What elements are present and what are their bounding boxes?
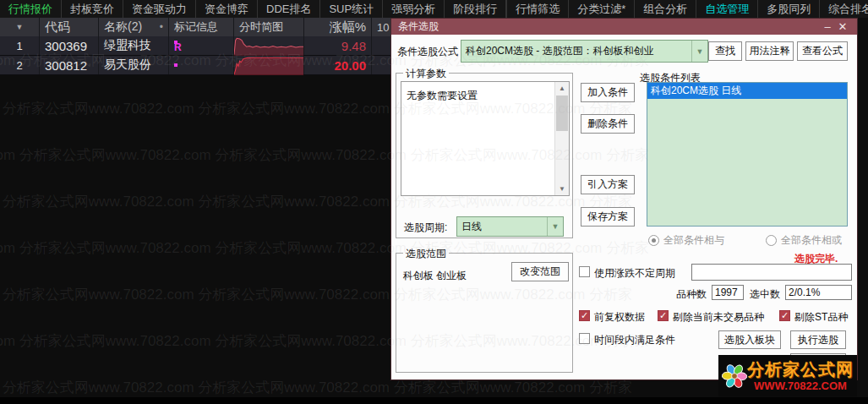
logo-text: 分析家公式网 WWW.70822.COM xyxy=(747,361,854,391)
stock-marker: R xyxy=(169,36,234,55)
checkbox-exclude-untraded[interactable] xyxy=(658,310,669,321)
stock-range-group: 选股范围 科创板 创业板 改变范围 xyxy=(396,253,573,373)
scroll-up-icon[interactable]: ▲ xyxy=(555,85,569,92)
dialog-titlebar[interactable]: 条件选股 – ✕ xyxy=(391,19,857,35)
period-dropdown-value: 日线 xyxy=(457,220,547,234)
checkbox-forward-adjusted[interactable] xyxy=(579,310,590,321)
change-percent: 9.48 xyxy=(304,36,372,55)
condition-list-item[interactable]: 科创20CM选股 日线 xyxy=(647,83,847,99)
import-plan-button[interactable]: 引入方案 xyxy=(581,175,635,194)
scrollbar-thumb[interactable] xyxy=(556,96,568,131)
radio-all-or[interactable]: 全部条件相或 xyxy=(766,233,842,248)
menu-item-dde-rank[interactable]: DDE排名 xyxy=(258,0,320,18)
radio-all-and-label: 全部条件相与 xyxy=(663,234,724,246)
stock-range-label: 选股范围 xyxy=(403,247,449,261)
radio-icon xyxy=(648,235,659,246)
menu-item-overall-rank[interactable]: 综合排名 xyxy=(820,0,868,18)
menu-item-fund-game[interactable]: 资金博弈 xyxy=(196,0,258,18)
header-code[interactable]: 代码 xyxy=(40,18,99,36)
chevron-down-icon[interactable]: ▼ xyxy=(691,41,707,62)
calc-params-label: 计算参数 xyxy=(403,67,449,81)
menu-item-stage-rank[interactable]: 阶段排行 xyxy=(445,0,506,18)
condition-listbox[interactable]: 科创20CM选股 日线 xyxy=(647,82,848,227)
formula-dropdown[interactable]: 科创20CM选股 - 选股范围：科创板和创业 ▼ xyxy=(461,40,708,63)
menu-item-filter[interactable]: 行情筛选 xyxy=(506,0,569,18)
menu-item-combo-analysis[interactable]: 组合分析 xyxy=(635,0,696,18)
delete-condition-button[interactable]: 删除条件 xyxy=(581,114,635,134)
calc-params-group: 计算参数 无参数需要设置 ▲ ▼ 选股周期: 日线 ▼ xyxy=(396,73,573,238)
logo-site-name: 分析家公式网 xyxy=(747,361,854,378)
checkbox-exclude-st-label: 剔除ST品种 xyxy=(794,310,848,325)
header-name-label: 名称(2) xyxy=(104,19,142,35)
radio-all-and[interactable]: 全部条件相与 xyxy=(648,233,724,248)
checkbox-time-range-label: 时间段内满足条件 xyxy=(594,333,675,347)
view-formula-button[interactable]: 查看公式 xyxy=(797,41,848,61)
checkbox-exclude-st[interactable] xyxy=(779,310,790,321)
logo-site-url: WWW.70822.COM xyxy=(754,380,847,391)
dialog-title: 条件选股 xyxy=(398,19,439,34)
menu-group-right: 行情筛选 分类过滤* 组合分析 自选管理 多股同列 综合排名 定制版面 xyxy=(506,0,868,18)
find-button[interactable]: 查找 xyxy=(708,41,742,61)
menu-bar: 行情报价 封板竞价 资金驱动力 资金博弈 DDE排名 SUP统计 强弱分析 阶段… xyxy=(0,0,868,18)
save-plan-button[interactable]: 保存方案 xyxy=(581,207,635,227)
change-percent: 20.00 xyxy=(304,56,372,74)
species-count-input[interactable] xyxy=(712,285,744,300)
column-selector[interactable]: ▼ xyxy=(0,18,40,36)
formula-label: 条件选股公式 xyxy=(397,45,458,59)
add-condition-button[interactable]: 加入条件 xyxy=(581,83,635,102)
params-empty-text: 无参数需要设置 xyxy=(407,89,478,103)
chevron-down-icon[interactable]: ▼ xyxy=(547,217,563,236)
stock-marker xyxy=(169,56,234,74)
minimize-icon[interactable]: – xyxy=(820,20,835,33)
marker-dot-icon xyxy=(174,63,177,67)
site-logo: 分析家公式网 WWW.70822.COM xyxy=(718,355,857,396)
header-intraday-chart[interactable]: 分时简图 xyxy=(234,18,304,36)
stock-range-value: 科创板 创业板 xyxy=(403,269,467,283)
flower-logo-icon xyxy=(722,358,747,395)
checkbox-updown-period-label: 使用涨跌不定周期 xyxy=(594,266,675,281)
stock-code: 300369 xyxy=(40,36,99,55)
radio-icon xyxy=(766,235,777,246)
header-name[interactable]: 名称(2)• xyxy=(99,18,169,36)
bottom-status-strip xyxy=(0,397,868,404)
period-dropdown[interactable]: 日线 ▼ xyxy=(456,216,564,237)
params-list: 无参数需要设置 ▲ ▼ xyxy=(401,81,570,196)
sparkline-chart xyxy=(234,56,303,75)
intraday-sparkline xyxy=(234,56,304,74)
close-icon[interactable]: ✕ xyxy=(835,20,850,33)
menu-item-fund-drive[interactable]: 资金驱动力 xyxy=(123,0,196,18)
menu-item-sup-stats[interactable]: SUP统计 xyxy=(320,0,383,18)
menu-item-quotes[interactable]: 行情报价 xyxy=(0,0,62,18)
stock-code: 300812 xyxy=(40,56,99,74)
row-index: 2 xyxy=(0,56,40,74)
period-label: 选股周期: xyxy=(404,221,447,235)
selected-count-label: 选中数 xyxy=(750,287,780,302)
menu-item-classify[interactable]: 分类过滤* xyxy=(569,0,635,18)
select-into-block-button[interactable]: 选股入板块 xyxy=(718,330,781,349)
menu-group-left: 行情报价 封板竞价 资金驱动力 资金博弈 DDE排名 SUP统计 强弱分析 阶段… xyxy=(0,0,506,18)
header-mark-info[interactable]: 标记信息 xyxy=(169,18,234,36)
species-count-label: 品种数 xyxy=(676,287,707,302)
menu-item-watchlist[interactable]: 自选管理 xyxy=(696,0,758,18)
app-window: 行情报价 封板竞价 资金驱动力 资金博弈 DDE排名 SUP统计 强弱分析 阶段… xyxy=(0,0,868,404)
params-scrollbar[interactable]: ▲ ▼ xyxy=(554,82,569,195)
checkbox-updown-period[interactable] xyxy=(579,266,590,277)
stock-name: 易天股份 xyxy=(99,56,169,74)
scroll-down-icon[interactable]: ▼ xyxy=(555,185,569,193)
menu-item-sealboard[interactable]: 封板竞价 xyxy=(62,0,123,18)
usage-notes-button[interactable]: 用法注释 xyxy=(745,41,794,61)
selected-count-input[interactable] xyxy=(785,285,852,300)
radio-all-or-label: 全部条件相或 xyxy=(781,234,842,246)
updown-period-input[interactable] xyxy=(691,264,852,281)
menu-item-multi-stock[interactable]: 多股同列 xyxy=(758,0,820,18)
stock-name: 绿盟科技 xyxy=(99,36,169,55)
header-change-pct[interactable]: 涨幅% xyxy=(304,18,372,36)
condition-stock-dialog: 条件选股 – ✕ 条件选股公式 科创20CM选股 - 选股范围：科创板和创业 ▼… xyxy=(391,19,857,379)
change-range-button[interactable]: 改变范围 xyxy=(511,262,569,281)
checkbox-time-range[interactable] xyxy=(579,333,590,344)
watermark-text: com 分析家公式网www.70822.com 分析家公式网www.70822.… xyxy=(0,378,632,397)
intraday-sparkline xyxy=(234,36,304,55)
sparkline-chart xyxy=(234,36,303,56)
menu-item-strength[interactable]: 强弱分析 xyxy=(383,0,445,18)
execute-selection-button[interactable]: 执行选股 xyxy=(790,330,846,349)
